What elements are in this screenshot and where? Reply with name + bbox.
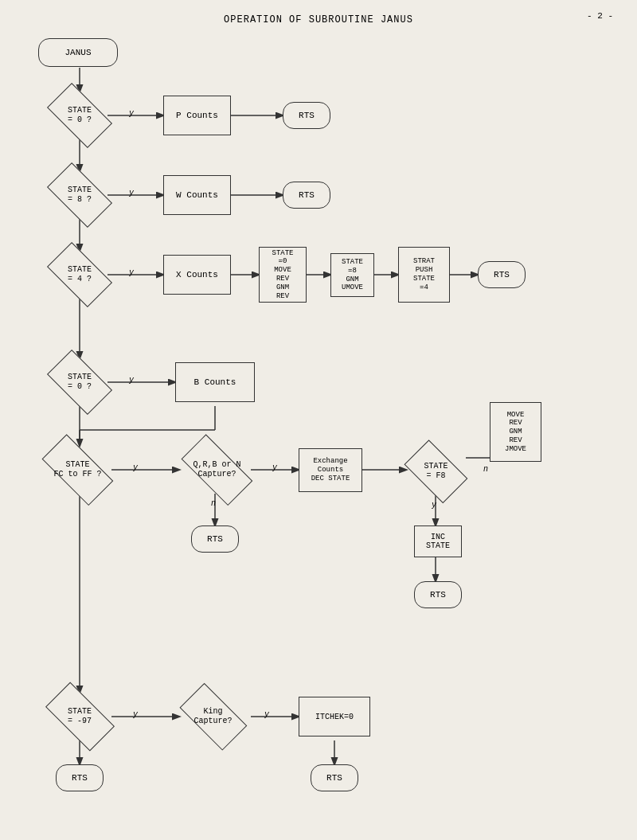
d3-y-label: y [129, 268, 134, 277]
diamond-state-0b: STATE= 0 ? y [40, 358, 119, 406]
p-counts-box: P Counts [163, 96, 231, 135]
diamond-capture: Q,R,B or NCapture? y n [171, 446, 263, 494]
d1-text: STATE= 0 ? [68, 106, 92, 124]
d2-y-label: y [129, 189, 134, 197]
d7-text: STATE= F8 [424, 462, 447, 480]
exchange-counts-box: ExchangeCountsDEC STATE [299, 448, 362, 492]
w-counts-box: W Counts [163, 175, 231, 215]
inc-state-box: INCSTATE [414, 525, 462, 557]
d4-text: STATE= 0 ? [68, 373, 92, 391]
d8-text: STATE= -97 [68, 707, 92, 725]
king-capture-diamond: KingCapture? y [171, 693, 255, 740]
d4-y-label: y [129, 376, 134, 385]
diamond-state-97: STATE= -97 y [36, 693, 123, 740]
diamond-state-f8: STATE= F8 y n [398, 447, 474, 495]
right-move-box: MOVEREVGNMREVJMOVE [490, 402, 541, 462]
d8-y-label: y [133, 710, 138, 719]
diamond-state-8: STATE= 8 ? y [40, 171, 119, 219]
rts5-oval: RTS [414, 581, 462, 608]
rts2-oval: RTS [283, 182, 330, 209]
state8-subbox: STATE=8GNMUMOVE [330, 253, 374, 297]
rts3-oval: RTS [478, 261, 526, 288]
d5-text: STATEFC to FF ? [53, 460, 101, 479]
d5-y-label: y [133, 463, 138, 472]
d7-y-label: y [432, 501, 436, 510]
page: OPERATION OF SUBROUTINE JANUS - 2 - [0, 0, 637, 840]
king-capture-text: KingCapture? [193, 707, 232, 725]
diamond-state-0: STATE= 0 ? y [40, 92, 119, 139]
rts7-oval: RTS [311, 764, 358, 791]
d1-y-label: y [129, 109, 134, 118]
d6-n-label: n [211, 499, 216, 508]
d6-text: Q,R,B or NCapture? [193, 460, 240, 479]
diamond-state-4: STATE= 4 ? y [40, 251, 119, 299]
rts1-oval: RTS [283, 102, 330, 129]
diamond-state-fc-ff: STATEFC to FF ? y [32, 446, 123, 494]
king-y-label: y [264, 710, 269, 719]
rts6-oval: RTS [56, 764, 104, 791]
d6-y-label: y [272, 463, 277, 472]
d3-text: STATE= 4 ? [68, 265, 92, 283]
itchek-box: ITCHEK=0 [299, 697, 370, 736]
state0-subbox: STATE=0MOVEREVGNMREV [259, 247, 307, 303]
x-counts-box: X Counts [163, 255, 231, 295]
strat-box: STRATPUSHSTATE=4 [398, 247, 450, 303]
page-number: - 2 - [587, 11, 613, 21]
page-title: OPERATION OF SUBROUTINE JANUS [0, 0, 637, 25]
d2-text: STATE= 8 ? [68, 186, 92, 204]
b-counts-box: B Counts [175, 362, 255, 402]
rts4-oval: RTS [191, 525, 239, 553]
start-oval: JANUS [38, 38, 118, 67]
d7-n-label: n [483, 465, 488, 474]
